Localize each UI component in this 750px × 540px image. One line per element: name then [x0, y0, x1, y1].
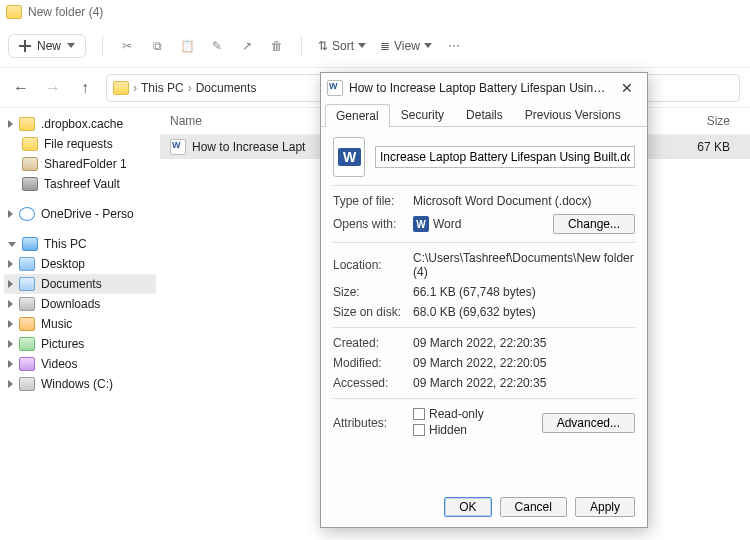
view-button[interactable]: ≣ View — [380, 39, 432, 53]
ok-button[interactable]: OK — [444, 497, 491, 517]
dialog-footer: OK Cancel Apply — [321, 487, 647, 527]
sidebar-item-pictures[interactable]: Pictures — [4, 334, 156, 354]
chevron-right-icon — [8, 340, 13, 348]
value-size: 66.1 KB (67,748 bytes) — [413, 285, 635, 299]
delete-icon[interactable]: 🗑 — [269, 38, 285, 54]
copy-icon[interactable]: ⧉ — [149, 38, 165, 54]
sidebar-item-file-requests[interactable]: File requests — [4, 134, 156, 154]
attributes-row: Read-only Hidden — [413, 407, 542, 439]
word-app-icon: W — [413, 216, 429, 232]
tab-security[interactable]: Security — [390, 103, 455, 126]
sidebar-item-label: Windows (C:) — [41, 377, 113, 391]
view-label: View — [394, 39, 420, 53]
value-disk: 68.0 KB (69,632 bytes) — [413, 305, 635, 319]
cloud-icon — [19, 207, 35, 221]
apply-button[interactable]: Apply — [575, 497, 635, 517]
checkbox-icon — [413, 408, 425, 420]
toolbar-separator — [301, 36, 302, 56]
sort-icon: ⇅ — [318, 39, 328, 53]
tab-general[interactable]: General — [325, 104, 390, 127]
sidebar-item-dropbox-cache[interactable]: .dropbox.cache — [4, 114, 156, 134]
dialog-tabs: General Security Details Previous Versio… — [321, 103, 647, 127]
desktop-icon — [19, 257, 35, 271]
checkbox-icon — [413, 424, 425, 436]
sidebar: .dropbox.cache File requests SharedFolde… — [0, 108, 160, 540]
change-button[interactable]: Change... — [553, 214, 635, 234]
column-size[interactable]: Size — [670, 114, 740, 128]
chevron-right-icon — [8, 320, 13, 328]
chevron-down-icon — [67, 43, 75, 48]
sidebar-item-shared-folder[interactable]: SharedFolder 1 — [4, 154, 156, 174]
sidebar-item-videos[interactable]: Videos — [4, 354, 156, 374]
label-created: Created: — [333, 336, 413, 350]
sidebar-item-windows-c[interactable]: Windows (C:) — [4, 374, 156, 394]
folder-icon — [6, 5, 22, 19]
pictures-icon — [19, 337, 35, 351]
music-icon — [19, 317, 35, 331]
tab-previous-versions[interactable]: Previous Versions — [514, 103, 632, 126]
up-button[interactable]: ↑ — [74, 79, 96, 97]
label-size: Size: — [333, 285, 413, 299]
chevron-right-icon — [8, 380, 13, 388]
sidebar-item-label: This PC — [44, 237, 87, 251]
sidebar-item-label: Desktop — [41, 257, 85, 271]
label-type: Type of file: — [333, 194, 413, 208]
label-attributes: Attributes: — [333, 416, 413, 430]
sidebar-item-label: Pictures — [41, 337, 84, 351]
value-modified: 09 March 2022, 22:20:05 — [413, 356, 635, 370]
label-disk: Size on disk: — [333, 305, 413, 319]
readonly-checkbox[interactable]: Read-only — [413, 407, 484, 421]
breadcrumb-separator: › — [133, 81, 137, 95]
chevron-down-icon — [424, 43, 432, 48]
breadcrumb-item[interactable]: Documents — [196, 81, 257, 95]
sidebar-item-label: Downloads — [41, 297, 100, 311]
plus-icon — [19, 40, 31, 52]
window-title: New folder (4) — [28, 5, 103, 19]
sidebar-item-documents[interactable]: Documents — [4, 274, 156, 294]
value-accessed: 09 March 2022, 22:20:35 — [413, 376, 635, 390]
rename-icon[interactable]: ✎ — [209, 38, 225, 54]
tab-details[interactable]: Details — [455, 103, 514, 126]
sidebar-item-label: Videos — [41, 357, 77, 371]
sidebar-item-vault[interactable]: Tashreef Vault — [4, 174, 156, 194]
sidebar-item-onedrive[interactable]: OneDrive - Perso — [4, 204, 156, 224]
label-accessed: Accessed: — [333, 376, 413, 390]
word-file-icon — [327, 80, 343, 96]
sidebar-item-this-pc[interactable]: This PC — [4, 234, 156, 254]
label-opens: Opens with: — [333, 217, 413, 231]
sort-label: Sort — [332, 39, 354, 53]
sort-button[interactable]: ⇅ Sort — [318, 39, 366, 53]
sidebar-item-downloads[interactable]: Downloads — [4, 294, 156, 314]
share-icon[interactable]: ↗ — [239, 38, 255, 54]
shared-folder-icon — [22, 157, 38, 171]
sidebar-item-label: SharedFolder 1 — [44, 157, 127, 171]
label-modified: Modified: — [333, 356, 413, 370]
label-location: Location: — [333, 258, 413, 272]
new-button[interactable]: New — [8, 34, 86, 58]
sidebar-item-music[interactable]: Music — [4, 314, 156, 334]
chevron-right-icon — [8, 120, 13, 128]
file-size: 67 KB — [670, 140, 740, 154]
breadcrumb-item[interactable]: This PC — [141, 81, 184, 95]
cancel-button[interactable]: Cancel — [500, 497, 567, 517]
value-location: C:\Users\Tashreef\Documents\New folder (… — [413, 251, 635, 279]
sidebar-item-label: File requests — [44, 137, 113, 151]
filename-input[interactable] — [375, 146, 635, 168]
advanced-button[interactable]: Advanced... — [542, 413, 635, 433]
cut-icon[interactable]: ✂ — [119, 38, 135, 54]
value-type: Microsoft Word Document (.docx) — [413, 194, 635, 208]
readonly-label: Read-only — [429, 407, 484, 421]
videos-icon — [19, 357, 35, 371]
word-doc-icon — [333, 137, 365, 177]
paste-icon[interactable]: 📋 — [179, 38, 195, 54]
sidebar-item-desktop[interactable]: Desktop — [4, 254, 156, 274]
forward-button[interactable]: → — [42, 79, 64, 97]
properties-dialog: How to Increase Laptop Battery Lifespan … — [320, 72, 648, 528]
hidden-checkbox[interactable]: Hidden — [413, 423, 467, 437]
value-created: 09 March 2022, 22:20:35 — [413, 336, 635, 350]
close-button[interactable]: ✕ — [613, 80, 641, 96]
window-titlebar: New folder (4) — [0, 0, 750, 24]
sidebar-item-label: Music — [41, 317, 72, 331]
back-button[interactable]: ← — [10, 79, 32, 97]
more-icon[interactable]: ⋯ — [446, 38, 462, 54]
